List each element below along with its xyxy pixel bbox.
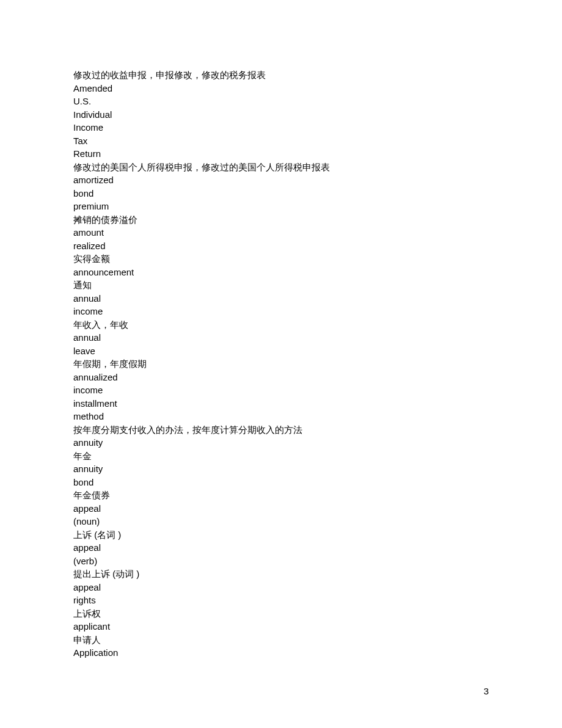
text-line: method bbox=[73, 410, 489, 423]
text-line: annuity bbox=[73, 462, 489, 476]
text-line: 按年度分期支付收入的办法，按年度计算分期收入的方法 bbox=[73, 423, 489, 437]
text-line: amortized bbox=[73, 173, 489, 187]
text-line: Application bbox=[73, 646, 489, 660]
text-content: 修改过的收益申报，申报修改，修改的税务报表AmendedU.S.Individu… bbox=[73, 68, 489, 660]
text-line: annual bbox=[73, 331, 489, 344]
text-line: U.S. bbox=[73, 95, 489, 108]
text-line: 年金债券 bbox=[73, 489, 489, 502]
text-line: premium bbox=[73, 200, 489, 213]
text-line: 年金 bbox=[73, 450, 489, 463]
text-line: Individual bbox=[73, 108, 489, 122]
text-line: appeal bbox=[73, 541, 489, 555]
text-line: 实得金额 bbox=[73, 252, 489, 266]
text-line: 摊销的债券溢价 bbox=[73, 213, 489, 227]
text-line: 修改过的美国个人所得税申报，修改过的美国个人所得税申报表 bbox=[73, 161, 489, 174]
text-line: Amended bbox=[73, 82, 489, 95]
text-line: annuity bbox=[73, 436, 489, 450]
text-line: 上诉 (名词 ) bbox=[73, 528, 489, 542]
text-line: income bbox=[73, 384, 489, 397]
text-line: (noun) bbox=[73, 515, 489, 528]
text-line: realized bbox=[73, 239, 489, 253]
text-line: Tax bbox=[73, 134, 489, 148]
text-line: appeal bbox=[73, 502, 489, 515]
text-line: 通知 bbox=[73, 278, 489, 292]
text-line: 修改过的收益申报，申报修改，修改的税务报表 bbox=[73, 68, 489, 82]
document-page: 修改过的收益申报，申报修改，修改的税务报表AmendedU.S.Individu… bbox=[0, 0, 562, 660]
text-line: 上诉权 bbox=[73, 607, 489, 621]
text-line: bond bbox=[73, 476, 489, 489]
text-line: leave bbox=[73, 344, 489, 358]
page-number: 3 bbox=[484, 686, 489, 696]
text-line: amount bbox=[73, 226, 489, 239]
text-line: 提出上诉 (动词 ) bbox=[73, 567, 489, 581]
text-line: bond bbox=[73, 187, 489, 200]
text-line: announcement bbox=[73, 266, 489, 279]
text-line: annual bbox=[73, 292, 489, 305]
text-line: (verb) bbox=[73, 555, 489, 568]
text-line: Income bbox=[73, 121, 489, 134]
text-line: 年假期，年度假期 bbox=[73, 357, 489, 371]
text-line: annualized bbox=[73, 371, 489, 384]
text-line: 申请人 bbox=[73, 633, 489, 647]
text-line: applicant bbox=[73, 620, 489, 633]
text-line: appeal bbox=[73, 581, 489, 594]
text-line: rights bbox=[73, 594, 489, 607]
text-line: income bbox=[73, 305, 489, 318]
text-line: 年收入，年收 bbox=[73, 318, 489, 332]
text-line: Return bbox=[73, 147, 489, 161]
text-line: installment bbox=[73, 397, 489, 410]
